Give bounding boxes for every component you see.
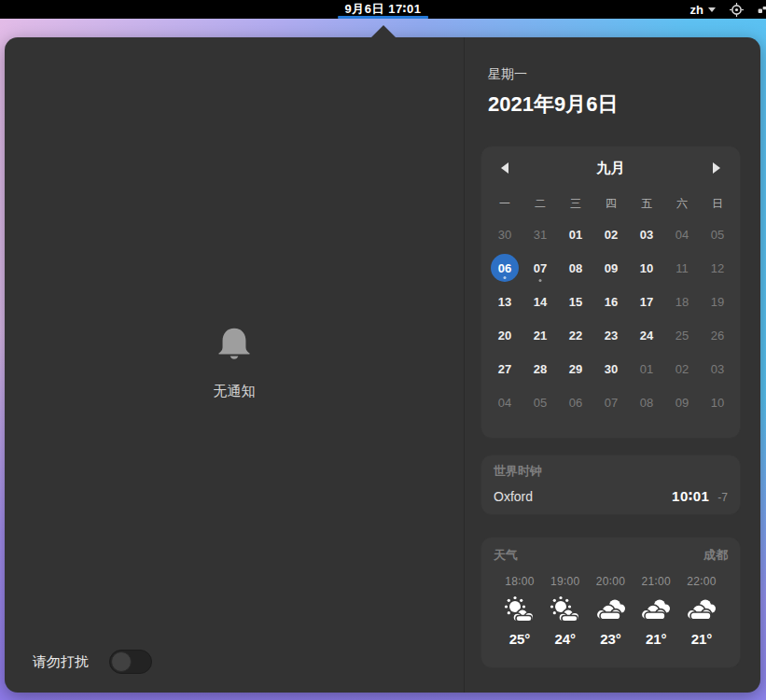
calendar-day[interactable]: 12: [700, 251, 735, 285]
day-number: 11: [668, 254, 696, 282]
next-month-button[interactable]: [703, 154, 731, 182]
calendar-widget: 九月 一二三四五六日 30310102030405060708091011121…: [480, 146, 741, 439]
calendar-day[interactable]: 30: [487, 217, 522, 251]
top-bar: 9月6日 17∶01 zh: [0, 0, 766, 19]
calendar-day[interactable]: 07: [522, 251, 558, 285]
day-number: 08: [562, 254, 590, 282]
day-number: 18: [668, 287, 696, 315]
calendar-day[interactable]: 04: [664, 217, 700, 251]
day-number: 16: [597, 287, 625, 315]
calendar-day[interactable]: 03: [629, 217, 664, 251]
forecast-temp: 24°: [554, 631, 576, 647]
day-number: 20: [491, 321, 519, 349]
day-number: 06: [562, 388, 590, 416]
calendar-day[interactable]: 18: [664, 285, 700, 318]
calendar-day[interactable]: 09: [593, 251, 629, 285]
calendar-day[interactable]: 05: [522, 385, 558, 419]
calendar-day[interactable]: 17: [629, 285, 664, 318]
calendar-day[interactable]: 30: [593, 352, 629, 385]
calendar-day[interactable]: 09: [664, 385, 700, 419]
calendar-day[interactable]: 11: [664, 251, 700, 285]
calendar-day[interactable]: 20: [487, 318, 522, 352]
day-number: 08: [633, 388, 661, 416]
calendar-day[interactable]: 07: [593, 385, 629, 419]
calendar-day[interactable]: 29: [558, 352, 593, 385]
calendar-day[interactable]: 08: [629, 385, 664, 419]
dnd-label: 请勿打扰: [33, 653, 89, 671]
weather-widget[interactable]: 天气 成都 18∶0025°19∶0024°20∶0023°21∶0021°22…: [480, 537, 741, 668]
day-number: 30: [597, 355, 625, 383]
system-menu-icon-partial[interactable]: [758, 3, 766, 17]
calendar-day[interactable]: 26: [700, 318, 735, 352]
calendar-day[interactable]: 16: [593, 285, 629, 318]
prev-month-button[interactable]: [491, 154, 519, 182]
weather-forecast-row: 18∶0025°19∶0024°20∶0023°21∶0021°22∶0021°: [494, 575, 728, 647]
no-notifications-placeholder: 无通知: [213, 321, 256, 400]
weekday-row: 一二三四五六日: [481, 191, 740, 216]
calendar-day[interactable]: 27: [487, 352, 522, 385]
day-number: 23: [597, 321, 625, 349]
world-clocks-widget[interactable]: 世界时钟 Oxford 10∶01 -7: [480, 455, 741, 515]
forecast-temp: 21°: [646, 631, 667, 647]
widgets-panel: 星期一 2021年9月6日 九月 一二三四五六日 303101020304050…: [464, 37, 760, 693]
popup-arrow: [370, 25, 397, 38]
utc-offset: -7: [717, 491, 728, 504]
calendar-day[interactable]: 01: [558, 217, 593, 251]
day-number: 24: [633, 321, 661, 349]
calendar-day[interactable]: 02: [664, 352, 700, 385]
forecast-temp: 21°: [691, 631, 713, 647]
calendar-day[interactable]: 21: [522, 318, 558, 352]
day-number: 10: [703, 388, 731, 416]
input-source-button[interactable]: zh: [690, 3, 716, 17]
calendar-day[interactable]: 15: [558, 285, 593, 318]
calendar-day[interactable]: 28: [522, 352, 558, 385]
calendar-day[interactable]: 23: [593, 318, 629, 352]
weather-header: 天气 成都: [494, 547, 728, 564]
calendar-day[interactable]: 10: [629, 251, 664, 285]
calendar-day[interactable]: 14: [522, 285, 558, 318]
calendar-day[interactable]: 13: [487, 285, 522, 318]
day-number: 26: [703, 321, 731, 349]
day-number: 14: [526, 287, 554, 315]
calendar-day[interactable]: 02: [593, 217, 629, 251]
calendar-header: 九月: [481, 147, 740, 189]
calendar-day[interactable]: 10: [700, 385, 735, 419]
sun-cloud-icon: [548, 592, 583, 629]
calendar-day[interactable]: 19: [700, 285, 735, 318]
calendar-day[interactable]: 08: [558, 251, 593, 285]
weekday-header: 六: [664, 191, 700, 216]
calendar-day[interactable]: 03: [700, 352, 735, 385]
calendar-day[interactable]: 22: [558, 318, 593, 352]
forecast-temp: 25°: [509, 631, 531, 647]
weather-location: 成都: [703, 547, 728, 564]
calendar-day[interactable]: 04: [487, 385, 522, 419]
forecast-time: 20∶00: [596, 575, 625, 588]
weather-hour: 18∶0025°: [498, 575, 541, 647]
calendar-day[interactable]: 05: [700, 217, 735, 251]
day-number: 04: [668, 220, 696, 248]
do-not-disturb-row: 请勿打扰: [33, 650, 152, 674]
calendar-day[interactable]: 31: [522, 217, 558, 251]
dnd-toggle[interactable]: [109, 650, 152, 674]
bell-icon: [213, 321, 256, 368]
world-clocks-title: 世界时钟: [494, 463, 728, 480]
day-number: 01: [562, 220, 590, 248]
city-time: 10∶01: [672, 488, 709, 505]
weather-title: 天气: [494, 547, 518, 564]
forecast-time: 22∶00: [687, 575, 716, 588]
clock-menu-button[interactable]: 9月6日 17∶01: [338, 0, 429, 19]
calendar-day[interactable]: 25: [664, 318, 700, 352]
forecast-temp: 23°: [600, 631, 621, 647]
location-indicator-icon: [730, 3, 744, 17]
city-label: Oxford: [494, 489, 672, 504]
calendar-day[interactable]: 01: [629, 352, 664, 385]
day-number: 03: [633, 220, 661, 248]
day-number: 12: [703, 254, 731, 282]
calendar-day-selected[interactable]: 06: [487, 251, 522, 285]
day-number: 02: [668, 355, 696, 383]
day-number: 15: [562, 287, 590, 315]
calendar-day[interactable]: 06: [558, 385, 593, 419]
day-number: 27: [491, 355, 519, 383]
calendar-day[interactable]: 24: [629, 318, 664, 352]
active-indicator: [338, 16, 429, 19]
